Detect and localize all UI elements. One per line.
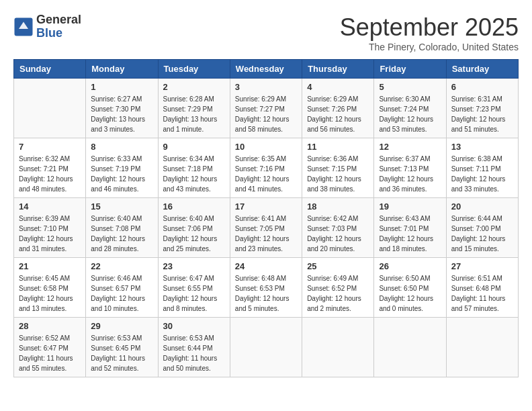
day-info: Sunrise: 6:28 AM Sunset: 7:29 PM Dayligh… — [163, 94, 225, 134]
calendar-week-4: 21Sunrise: 6:45 AM Sunset: 6:58 PM Dayli… — [14, 258, 519, 318]
calendar-cell: 23Sunrise: 6:47 AM Sunset: 6:55 PM Dayli… — [158, 258, 230, 318]
day-info: Sunrise: 6:50 AM Sunset: 6:50 PM Dayligh… — [379, 273, 441, 314]
calendar-cell: 11Sunrise: 6:36 AM Sunset: 7:15 PM Dayli… — [302, 138, 374, 198]
day-number: 6 — [451, 82, 513, 92]
day-info: Sunrise: 6:27 AM Sunset: 7:30 PM Dayligh… — [91, 94, 152, 134]
calendar-week-2: 7Sunrise: 6:32 AM Sunset: 7:21 PM Daylig… — [14, 138, 519, 198]
calendar-week-3: 14Sunrise: 6:39 AM Sunset: 7:10 PM Dayli… — [14, 198, 519, 258]
day-info: Sunrise: 6:52 AM Sunset: 6:47 PM Dayligh… — [19, 333, 81, 373]
calendar-cell: 16Sunrise: 6:40 AM Sunset: 7:06 PM Dayli… — [158, 198, 230, 258]
day-info: Sunrise: 6:48 AM Sunset: 6:53 PM Dayligh… — [235, 273, 297, 314]
logo-text: General Blue — [36, 13, 81, 40]
calendar-cell: 14Sunrise: 6:39 AM Sunset: 7:10 PM Dayli… — [14, 198, 86, 258]
day-info: Sunrise: 6:42 AM Sunset: 7:03 PM Dayligh… — [307, 214, 369, 254]
day-info: Sunrise: 6:40 AM Sunset: 7:08 PM Dayligh… — [91, 214, 152, 254]
calendar-cell: 24Sunrise: 6:48 AM Sunset: 6:53 PM Dayli… — [230, 258, 302, 318]
day-number: 4 — [307, 82, 369, 92]
calendar-cell: 13Sunrise: 6:38 AM Sunset: 7:11 PM Dayli… — [446, 138, 518, 198]
day-number: 1 — [91, 82, 152, 92]
logo-icon — [13, 17, 34, 37]
day-info: Sunrise: 6:37 AM Sunset: 7:13 PM Dayligh… — [379, 154, 441, 194]
day-info: Sunrise: 6:49 AM Sunset: 6:52 PM Dayligh… — [307, 273, 369, 314]
calendar-cell: 25Sunrise: 6:49 AM Sunset: 6:52 PM Dayli… — [302, 258, 374, 318]
calendar-cell — [374, 318, 446, 377]
day-info: Sunrise: 6:31 AM Sunset: 7:23 PM Dayligh… — [451, 94, 513, 134]
calendar-cell: 18Sunrise: 6:42 AM Sunset: 7:03 PM Dayli… — [302, 198, 374, 258]
calendar-week-1: 1Sunrise: 6:27 AM Sunset: 7:30 PM Daylig… — [14, 79, 519, 138]
day-info: Sunrise: 6:34 AM Sunset: 7:18 PM Dayligh… — [163, 154, 225, 194]
day-number: 25 — [307, 261, 369, 271]
svg-rect-2 — [17, 29, 30, 31]
day-info: Sunrise: 6:41 AM Sunset: 7:05 PM Dayligh… — [235, 214, 297, 254]
day-number: 17 — [235, 201, 297, 212]
calendar: Sunday Monday Tuesday Wednesday Thursday… — [13, 59, 519, 377]
header-friday: Friday — [374, 60, 446, 79]
day-info: Sunrise: 6:45 AM Sunset: 6:58 PM Dayligh… — [19, 273, 81, 314]
header-tuesday: Tuesday — [158, 60, 230, 79]
calendar-cell: 4Sunrise: 6:29 AM Sunset: 7:26 PM Daylig… — [302, 79, 374, 138]
day-number: 8 — [91, 142, 152, 152]
day-number: 15 — [91, 201, 152, 212]
day-info: Sunrise: 6:53 AM Sunset: 6:45 PM Dayligh… — [91, 333, 152, 373]
page-header: General Blue September 2025 The Pinery, … — [13, 13, 519, 52]
calendar-cell — [302, 318, 374, 377]
day-number: 28 — [19, 321, 81, 331]
day-number: 24 — [235, 261, 297, 271]
day-number: 27 — [451, 261, 513, 271]
day-number: 19 — [379, 201, 441, 212]
header-monday: Monday — [86, 60, 158, 79]
day-number: 13 — [451, 142, 513, 152]
calendar-cell: 10Sunrise: 6:35 AM Sunset: 7:16 PM Dayli… — [230, 138, 302, 198]
calendar-cell: 2Sunrise: 6:28 AM Sunset: 7:29 PM Daylig… — [158, 79, 230, 138]
day-number: 3 — [235, 82, 297, 92]
day-number: 29 — [91, 321, 152, 331]
calendar-cell: 6Sunrise: 6:31 AM Sunset: 7:23 PM Daylig… — [446, 79, 518, 138]
day-number: 26 — [379, 261, 441, 271]
logo-blue: Blue — [36, 26, 62, 40]
month-title: September 2025 — [340, 13, 519, 42]
calendar-cell: 7Sunrise: 6:32 AM Sunset: 7:21 PM Daylig… — [14, 138, 86, 198]
calendar-cell: 28Sunrise: 6:52 AM Sunset: 6:47 PM Dayli… — [14, 318, 86, 377]
day-number: 5 — [379, 82, 441, 92]
day-number: 20 — [451, 201, 513, 212]
day-info: Sunrise: 6:29 AM Sunset: 7:27 PM Dayligh… — [235, 94, 297, 134]
calendar-cell — [14, 79, 86, 138]
day-info: Sunrise: 6:46 AM Sunset: 6:57 PM Dayligh… — [91, 273, 152, 314]
day-number: 10 — [235, 142, 297, 152]
day-number: 23 — [163, 261, 225, 271]
day-number: 22 — [91, 261, 152, 271]
day-number: 7 — [19, 142, 81, 152]
calendar-cell: 22Sunrise: 6:46 AM Sunset: 6:57 PM Dayli… — [86, 258, 158, 318]
calendar-cell: 12Sunrise: 6:37 AM Sunset: 7:13 PM Dayli… — [374, 138, 446, 198]
header-sunday: Sunday — [14, 60, 86, 79]
calendar-cell: 8Sunrise: 6:33 AM Sunset: 7:19 PM Daylig… — [86, 138, 158, 198]
day-info: Sunrise: 6:38 AM Sunset: 7:11 PM Dayligh… — [451, 154, 513, 194]
calendar-cell: 20Sunrise: 6:44 AM Sunset: 7:00 PM Dayli… — [446, 198, 518, 258]
calendar-week-5: 28Sunrise: 6:52 AM Sunset: 6:47 PM Dayli… — [14, 318, 519, 377]
day-info: Sunrise: 6:30 AM Sunset: 7:24 PM Dayligh… — [379, 94, 441, 134]
location: The Pinery, Colorado, United States — [340, 42, 519, 52]
calendar-cell: 19Sunrise: 6:43 AM Sunset: 7:01 PM Dayli… — [374, 198, 446, 258]
calendar-cell: 5Sunrise: 6:30 AM Sunset: 7:24 PM Daylig… — [374, 79, 446, 138]
weekday-header-row: Sunday Monday Tuesday Wednesday Thursday… — [14, 60, 519, 79]
calendar-cell — [446, 318, 518, 377]
day-info: Sunrise: 6:40 AM Sunset: 7:06 PM Dayligh… — [163, 214, 225, 254]
day-info: Sunrise: 6:51 AM Sunset: 6:48 PM Dayligh… — [451, 273, 513, 314]
day-number: 12 — [379, 142, 441, 152]
header-wednesday: Wednesday — [230, 60, 302, 79]
logo: General Blue — [13, 13, 81, 40]
header-saturday: Saturday — [446, 60, 518, 79]
day-number: 9 — [163, 142, 225, 152]
calendar-cell: 27Sunrise: 6:51 AM Sunset: 6:48 PM Dayli… — [446, 258, 518, 318]
day-number: 16 — [163, 201, 225, 212]
day-info: Sunrise: 6:36 AM Sunset: 7:15 PM Dayligh… — [307, 154, 369, 194]
calendar-cell: 9Sunrise: 6:34 AM Sunset: 7:18 PM Daylig… — [158, 138, 230, 198]
calendar-cell: 17Sunrise: 6:41 AM Sunset: 7:05 PM Dayli… — [230, 198, 302, 258]
day-info: Sunrise: 6:43 AM Sunset: 7:01 PM Dayligh… — [379, 214, 441, 254]
day-number: 14 — [19, 201, 81, 212]
day-info: Sunrise: 6:35 AM Sunset: 7:16 PM Dayligh… — [235, 154, 297, 194]
day-info: Sunrise: 6:29 AM Sunset: 7:26 PM Dayligh… — [307, 94, 369, 134]
calendar-cell: 1Sunrise: 6:27 AM Sunset: 7:30 PM Daylig… — [86, 79, 158, 138]
day-info: Sunrise: 6:39 AM Sunset: 7:10 PM Dayligh… — [19, 214, 81, 254]
day-number: 11 — [307, 142, 369, 152]
